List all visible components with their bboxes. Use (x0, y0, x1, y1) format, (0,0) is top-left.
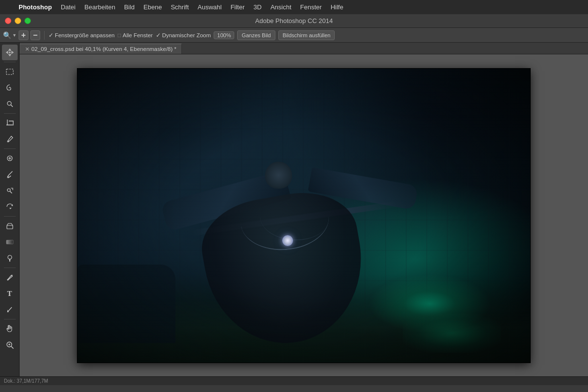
options-bar: 🔍 ▼ + − ✓ Fenstergröße anpassen □ Alle F… (0, 28, 588, 43)
svg-point-1 (7, 101, 11, 105)
artwork (77, 69, 530, 363)
menu-3d[interactable]: 3D (249, 2, 266, 12)
zoom-dropdown[interactable]: 🔍 ▼ (3, 31, 17, 39)
menu-bearbeiten[interactable]: Bearbeiten (80, 2, 119, 12)
svg-line-2 (11, 105, 13, 107)
menu-hilfe[interactable]: Hilfe (327, 2, 347, 12)
dynamic-zoom-label: Dynamischer Zoom (162, 32, 211, 38)
menu-bar: Photoshop Datei Bearbeiten Bild Ebene Sc… (0, 0, 588, 14)
all-windows-checkbox-label[interactable]: □ Alle Fenster (118, 32, 153, 39)
toolbar: T (0, 43, 20, 376)
maximize-button[interactable] (24, 18, 31, 24)
svg-rect-0 (6, 69, 13, 74)
type-icon: T (7, 290, 12, 298)
canvas-area: ✕ 02_09_cross.psd bei 40,1% (Kurven 4, E… (20, 43, 588, 376)
tab-close-button[interactable]: ✕ (25, 46, 29, 52)
menu-fenster[interactable]: Fenster (296, 2, 326, 12)
toolbar-separator-4 (4, 216, 16, 217)
separator-1 (44, 31, 45, 40)
lasso-tool[interactable] (2, 80, 18, 96)
close-button[interactable] (5, 18, 11, 24)
title-bar: Adobe Photoshop CC 2014 (0, 14, 588, 28)
dynamic-zoom-checkmark: ✓ (156, 32, 161, 39)
healing-tool[interactable] (2, 150, 18, 166)
svg-point-14 (8, 255, 12, 259)
svg-point-10 (7, 176, 9, 178)
toolbar-separator-5 (4, 268, 16, 268)
menu-ansicht[interactable]: Ansicht (267, 2, 295, 12)
all-windows-checkmark: □ (118, 32, 121, 39)
zoom-out-button[interactable]: − (30, 30, 40, 40)
fill-screen-button[interactable]: Bildschirm ausfüllen (278, 30, 335, 40)
toolbar-separator-6 (4, 319, 16, 319)
document-tab[interactable]: ✕ 02_09_cross.psd bei 40,1% (Kurven 4, E… (20, 44, 182, 54)
svg-rect-13 (6, 240, 13, 244)
zoom-in-button[interactable]: + (19, 30, 28, 40)
menu-filter[interactable]: Filter (226, 2, 248, 12)
apple-menu[interactable] (4, 6, 12, 8)
menu-schrift[interactable]: Schrift (167, 2, 193, 12)
fit-window-label: Fenstergröße anpassen (55, 32, 115, 38)
zoom-tool[interactable] (2, 337, 18, 353)
menu-bild[interactable]: Bild (120, 2, 139, 12)
document-tabs: ✕ 02_09_cross.psd bei 40,1% (Kurven 4, E… (20, 43, 588, 54)
window-controls (5, 18, 31, 24)
main-area: T ✕ (0, 43, 588, 376)
search-icon: 🔍 (3, 31, 11, 39)
fit-image-button[interactable]: Ganzes Bild (237, 30, 275, 40)
char-head (265, 162, 292, 189)
rubble-layer (77, 265, 175, 343)
status-bar: Dok.: 37,1M/177,7M (0, 376, 588, 385)
crop-tool[interactable] (2, 115, 18, 131)
clone-stamp-tool[interactable] (2, 183, 18, 198)
pen-tool[interactable] (2, 270, 18, 285)
history-brush-tool[interactable] (2, 199, 18, 215)
app-title: Adobe Photoshop CC 2014 (255, 17, 333, 24)
document-tab-title: 02_09_cross.psd bei 40,1% (Kurven 4, Ebe… (31, 46, 176, 52)
menu-photoshop[interactable]: Photoshop (15, 2, 56, 12)
all-windows-label: Alle Fenster (122, 32, 152, 38)
rect-select-tool[interactable] (2, 64, 18, 79)
eraser-tool[interactable] (2, 218, 18, 234)
zoom-controls: 🔍 ▼ + − (3, 30, 40, 40)
quick-select-tool[interactable] (2, 96, 18, 112)
gradient-tool[interactable] (2, 234, 18, 250)
dropdown-arrow: ▼ (12, 33, 17, 38)
menu-auswahl[interactable]: Auswahl (194, 2, 225, 12)
dynamic-zoom-checkbox-label[interactable]: ✓ Dynamischer Zoom (156, 32, 211, 39)
char-orb (282, 235, 293, 246)
hand-tool[interactable] (2, 321, 18, 337)
minimize-button[interactable] (15, 18, 21, 24)
character-layer (201, 157, 388, 363)
svg-rect-12 (7, 225, 13, 229)
dodge-tool[interactable] (2, 250, 18, 266)
type-tool[interactable]: T (2, 286, 18, 301)
teal-detail-layer (403, 314, 501, 353)
photoshop-canvas[interactable] (77, 69, 530, 363)
toolbar-separator-1 (4, 62, 16, 62)
eyedropper-tool[interactable] (2, 131, 18, 147)
zoom-value-display[interactable]: 100% (214, 31, 234, 39)
menu-datei[interactable]: Datei (57, 2, 79, 12)
fit-window-checkbox-label[interactable]: ✓ Fenstergröße anpassen (49, 32, 115, 39)
path-select-tool[interactable] (2, 302, 18, 318)
toolbar-separator-3 (4, 148, 16, 149)
brush-tool[interactable] (2, 167, 18, 182)
status-info: Dok.: 37,1M/177,7M (4, 378, 48, 384)
svg-line-16 (11, 346, 13, 348)
fit-window-checkmark: ✓ (49, 32, 53, 39)
move-tool[interactable] (2, 45, 18, 60)
menu-ebene[interactable]: Ebene (140, 2, 166, 12)
toolbar-separator-2 (4, 113, 16, 114)
workspace[interactable] (20, 54, 588, 376)
